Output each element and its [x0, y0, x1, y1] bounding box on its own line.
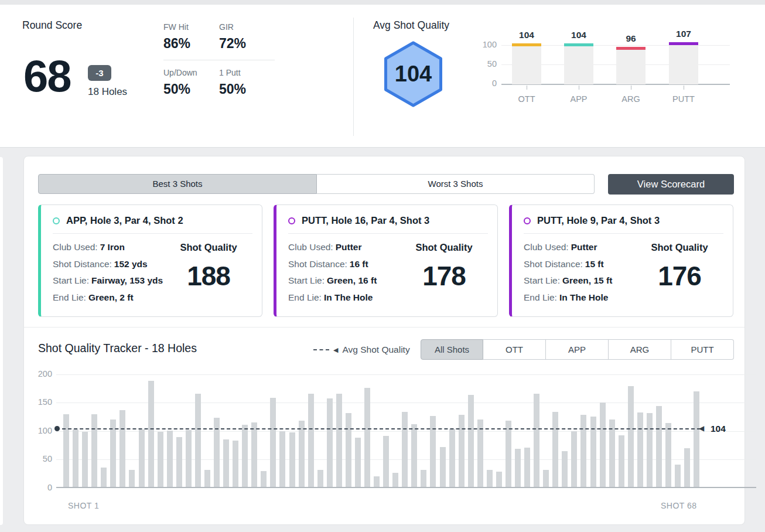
shot-bar [496, 472, 502, 487]
shot-bar [487, 470, 493, 487]
mini-bar-cap [564, 43, 593, 46]
tracker-title: Shot Quality Tracker - 18 Holes [38, 342, 197, 355]
shot-bar [176, 437, 182, 487]
shot-bar [449, 429, 455, 487]
shot-bar [684, 448, 690, 487]
shot-bar [647, 413, 653, 487]
y-tick-label: 50 [30, 454, 52, 463]
shot-bar [383, 436, 389, 487]
dashed-line-icon [313, 349, 329, 350]
shot-bar [675, 465, 681, 487]
shot-bar [656, 406, 662, 487]
x-tick [527, 86, 527, 90]
avg-quality-hexagon: 104 [382, 41, 444, 107]
shot-bar [242, 425, 248, 487]
legend-label: Avg Shot Quality [342, 345, 409, 355]
filter-tab-arg[interactable]: ARG [609, 339, 671, 360]
stat-1-putt: 1 Putt 50% [219, 68, 275, 105]
shot-bar [543, 470, 549, 487]
shot-bar [139, 429, 145, 487]
filter-tab-ott[interactable]: OTT [483, 339, 546, 360]
tab-best-3-shots[interactable]: Best 3 Shots [38, 174, 317, 194]
shot-bar [148, 381, 154, 487]
shot-card-body: Club Used:Putter Shot Distance:16 ft Sta… [288, 239, 488, 306]
avg-line-value: 104 [711, 424, 726, 434]
shot-bar [562, 451, 568, 487]
tracker-bars [63, 374, 700, 487]
shot-bar [119, 410, 125, 487]
filter-tab-putt[interactable]: PUTT [671, 339, 734, 360]
divider [524, 233, 723, 234]
shot-type-circle-icon [53, 217, 60, 224]
shot-bar [129, 470, 135, 487]
mini-bar [564, 43, 593, 84]
shot-bar [506, 421, 511, 487]
shot-bar [158, 432, 163, 487]
filter-tab-all-shots[interactable]: All Shots [421, 339, 483, 360]
x-axis-end-label: SHOT 68 [661, 501, 697, 510]
shot-bar [63, 414, 69, 487]
shot-bar [346, 413, 351, 487]
shot-bar [261, 471, 267, 487]
shot-bar [694, 391, 699, 487]
detail-club: Club Used:7 Iron [53, 239, 165, 256]
shot-quality-block: Shot Quality 176 [636, 239, 723, 306]
detail-distance: Shot Distance:16 ft [288, 256, 400, 273]
stat-label: 1 Putt [219, 68, 275, 77]
mini-bar [512, 43, 541, 84]
shot-bar [204, 470, 210, 487]
mini-bar [669, 42, 698, 84]
x-axis [56, 487, 756, 488]
stat-fw-hit: FW Hit 86% [163, 22, 219, 60]
view-scorecard-button[interactable]: View Scorecard [608, 174, 734, 195]
shot-quality-label: Shot Quality [180, 242, 237, 253]
filter-tab-app[interactable]: APP [546, 339, 609, 360]
shot-bar [421, 470, 426, 487]
shot-bar [430, 416, 436, 487]
divider [53, 233, 252, 234]
shot-card-title: PUTT, Hole 16, Par 4, Shot 3 [302, 215, 429, 226]
shot-bar [477, 420, 483, 487]
shot-bar [468, 395, 474, 487]
stat-value: 86% [163, 36, 219, 52]
avg-line-legend: ◀ Avg Shot Quality [313, 345, 410, 355]
mini-bar-value: 104 [506, 30, 547, 40]
shot-card-1: APP, Hole 3, Par 4, Shot 2 Club Used:7 I… [38, 204, 262, 317]
y-tick-label: 100 [30, 426, 52, 435]
shot-quality-label: Shot Quality [651, 242, 708, 253]
stat-value: 50% [163, 81, 219, 97]
shot-bar [327, 398, 333, 487]
y-tick-label: 0 [469, 79, 497, 88]
shot-quality-block: Shot Quality 178 [400, 239, 488, 306]
divider [24, 327, 744, 328]
shot-quality-value: 176 [658, 260, 701, 292]
detail-distance: Shot Distance:152 yds [53, 256, 165, 273]
avg-quality-value: 104 [382, 41, 444, 107]
shot-type-circle-icon [288, 217, 295, 224]
shot-bar [374, 476, 380, 487]
y-tick-label: 50 [469, 59, 497, 69]
detail-distance: Shot Distance:15 ft [524, 256, 636, 273]
y-tick-label: 0 [30, 483, 52, 492]
shot-bar [73, 429, 78, 487]
detail-start-lie: Start Lie:Fairway, 153 yds [53, 272, 165, 289]
mini-bar-cap [669, 42, 698, 45]
shot-bar [571, 431, 577, 487]
shot-bar [619, 435, 624, 487]
shot-bar [251, 422, 257, 487]
holes-label: 18 Holes [88, 86, 127, 98]
detail-start-lie: Start Lie:Green, 15 ft [524, 272, 636, 289]
round-stats: FW Hit 86% GIR 72% Up/Down 50% 1 Putt 50… [163, 22, 275, 105]
shot-bar [317, 470, 323, 487]
category-label-app: APP [558, 94, 599, 104]
round-score-value: 68 [23, 54, 71, 98]
shot-bar [580, 415, 586, 487]
shot-bar [270, 398, 276, 487]
detail-end-lie: End Lie:In The Hole [524, 289, 636, 306]
shot-bar [600, 403, 606, 487]
shot-bar [459, 415, 465, 487]
tab-worst-3-shots[interactable]: Worst 3 Shots [317, 174, 595, 194]
shot-bar [167, 431, 173, 487]
mini-bar-value: 96 [610, 33, 651, 44]
shot-bar [590, 417, 596, 487]
